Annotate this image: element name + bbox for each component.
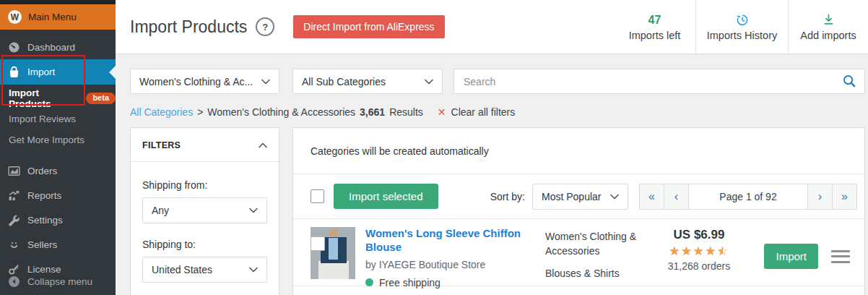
- dashboard-icon: [8, 41, 20, 54]
- sidebar-item-sellers[interactable]: Sellers: [0, 232, 116, 257]
- subcategory-select[interactable]: All Sub Categories: [292, 69, 443, 94]
- category-select-value: Women's Clothing & Ac...: [139, 76, 253, 87]
- admin-sidebar: W Main Menu Dashboard Import Import Prod…: [0, 0, 116, 295]
- shipping-to-value: United States: [152, 264, 212, 275]
- help-icon[interactable]: ?: [256, 17, 274, 36]
- results-label: Results: [389, 106, 423, 118]
- orders-label: Orders: [27, 166, 57, 176]
- product-menu-icon[interactable]: [831, 250, 850, 263]
- import-reviews-label: Import Reviews: [9, 114, 76, 124]
- results-panel: Categories will be created automatically…: [292, 127, 865, 295]
- clear-x-icon: ✕: [438, 106, 446, 118]
- shipping-to-select[interactable]: United States: [142, 257, 267, 283]
- import-label: Import: [27, 67, 55, 77]
- product-title-link[interactable]: Women's Long Sleeve Chiffon Blouse: [365, 227, 542, 255]
- sidebar-item-collapse-menu[interactable]: Collapse menu: [0, 270, 123, 293]
- collapse-arrow-icon: [8, 275, 20, 288]
- orders-chart-icon: [8, 165, 20, 177]
- reports-chart-icon: [8, 189, 20, 202]
- reports-label: Reports: [27, 190, 61, 201]
- dashboard-label: Dashboard: [27, 42, 75, 53]
- add-imports-label: Add imports: [800, 30, 856, 41]
- sidebar-item-orders[interactable]: Orders: [0, 158, 116, 183]
- add-imports-button[interactable]: Add imports: [788, 0, 868, 54]
- filters-panel: FILTERS Shipping from: Any Shipping to: …: [130, 127, 279, 295]
- main-menu-label: Main Menu: [28, 12, 77, 22]
- filters-title: FILTERS: [142, 140, 181, 150]
- wordpress-logo-icon: W: [8, 10, 22, 24]
- first-page-button[interactable]: «: [639, 184, 664, 210]
- product-price: US $6.99: [652, 228, 746, 242]
- sidebar-item-reports[interactable]: Reports: [0, 183, 116, 208]
- wrench-icon: [8, 214, 20, 226]
- chevron-down-icon: [425, 79, 433, 85]
- shipping-to-label: Shipping to:: [142, 239, 267, 250]
- import-products-page: W Main Menu Dashboard Import Import Prod…: [0, 0, 868, 295]
- categories-note: Categories will be created automatically: [293, 128, 864, 174]
- search-field-wrap: [453, 69, 865, 94]
- product-info: Women's Long Sleeve Chiffon Blouse by IY…: [365, 227, 542, 288]
- page-header: Import Products ? Direct Import from Ali…: [116, 0, 868, 54]
- get-more-imports-label: Get More Imports: [9, 134, 84, 145]
- sidebar-item-main-menu[interactable]: W Main Menu: [0, 4, 116, 30]
- sort-select[interactable]: Most Popular: [532, 184, 628, 210]
- product-thumbnail[interactable]: [311, 227, 355, 279]
- imports-history-button[interactable]: Imports History: [695, 0, 788, 54]
- last-page-button[interactable]: »: [832, 184, 857, 210]
- sidebar-item-settings[interactable]: Settings: [0, 208, 116, 232]
- sort-select-value: Most Popular: [542, 191, 601, 202]
- shipping-from-label: Shipping from:: [142, 179, 267, 191]
- categories-note-text: Categories will be created automatically: [311, 145, 489, 157]
- product-category: Women's Clothing & Accessories: [545, 229, 646, 259]
- shipping-from-value: Any: [152, 205, 169, 216]
- sidebar-item-import-products[interactable]: Import Products beta: [0, 87, 116, 108]
- product-orders: 31,268 orders: [652, 260, 746, 272]
- pagination: « ‹ Page 1 of 92 › »: [639, 184, 857, 210]
- shipping-from-select[interactable]: Any: [142, 197, 267, 223]
- page-indicator: Page 1 of 92: [688, 184, 808, 210]
- sidebar-item-import-reviews[interactable]: Import Reviews: [0, 108, 116, 129]
- category-select[interactable]: Women's Clothing & Ac...: [130, 69, 279, 94]
- smiley-icon: [8, 239, 20, 251]
- sort-by-label: Sort by:: [490, 191, 525, 202]
- results-count: 3,661: [360, 106, 385, 118]
- breadcrumb: All Categories > Women's Clothing & Acce…: [130, 106, 854, 118]
- clear-all-filters-button[interactable]: ✕ Clear all filters: [438, 106, 515, 118]
- product-checkbox[interactable]: [311, 236, 325, 251]
- search-input[interactable]: [453, 69, 865, 94]
- chevron-down-icon: [610, 194, 619, 200]
- sidebar-item-import[interactable]: Import: [0, 59, 116, 85]
- direct-import-aliexpress-button[interactable]: Direct Import from AliExpress: [293, 15, 444, 38]
- chevron-up-icon[interactable]: [259, 142, 267, 148]
- free-shipping-dot-icon: [365, 278, 373, 286]
- import-selected-button[interactable]: Import selected: [334, 184, 438, 209]
- product-price-block: US $6.99 ☆☆☆☆☆ ★★★★★ 31,268 orders: [652, 228, 746, 272]
- import-submenu: Import Products beta Import Reviews Get …: [0, 85, 116, 152]
- search-icon[interactable]: [842, 74, 856, 88]
- imports-left-label: Imports left: [629, 30, 681, 41]
- settings-label: Settings: [27, 215, 63, 226]
- shopping-bag-icon: [8, 66, 20, 78]
- filter-controls: Women's Clothing & Ac... All Sub Categor…: [130, 69, 865, 94]
- panels: FILTERS Shipping from: Any Shipping to: …: [130, 127, 865, 295]
- sidebar-group: Orders Reports Settings Sellers: [0, 158, 116, 281]
- filters-panel-header: FILTERS: [131, 128, 279, 162]
- imports-left-stat: 47 Imports left: [614, 0, 695, 54]
- select-all-checkbox[interactable]: [311, 189, 324, 203]
- clear-all-filters-label: Clear all filters: [451, 106, 516, 118]
- collapse-menu-label: Collapse menu: [27, 276, 92, 287]
- product-row: Women's Long Sleeve Chiffon Blouse by IY…: [293, 219, 864, 286]
- prev-page-button[interactable]: ‹: [664, 184, 689, 210]
- next-page-button[interactable]: ›: [807, 184, 833, 210]
- product-shipping: Free shipping: [365, 277, 542, 288]
- breadcrumb-current: Women's Clothing & Accessories: [207, 106, 355, 118]
- product-subcategory: Blouses & Shirts: [545, 266, 646, 281]
- breadcrumb-all-categories-link[interactable]: All Categories: [130, 106, 193, 118]
- subcategory-select-value: All Sub Categories: [302, 76, 386, 87]
- results-toolbar: Import selected Sort by: Most Popular « …: [293, 174, 864, 219]
- sidebar-item-dashboard[interactable]: Dashboard: [0, 35, 116, 59]
- sidebar-item-get-more-imports[interactable]: Get More Imports: [0, 129, 116, 150]
- breadcrumb-separator: >: [197, 106, 203, 118]
- product-import-button[interactable]: Import: [764, 244, 818, 269]
- imports-history-label: Imports History: [707, 30, 778, 41]
